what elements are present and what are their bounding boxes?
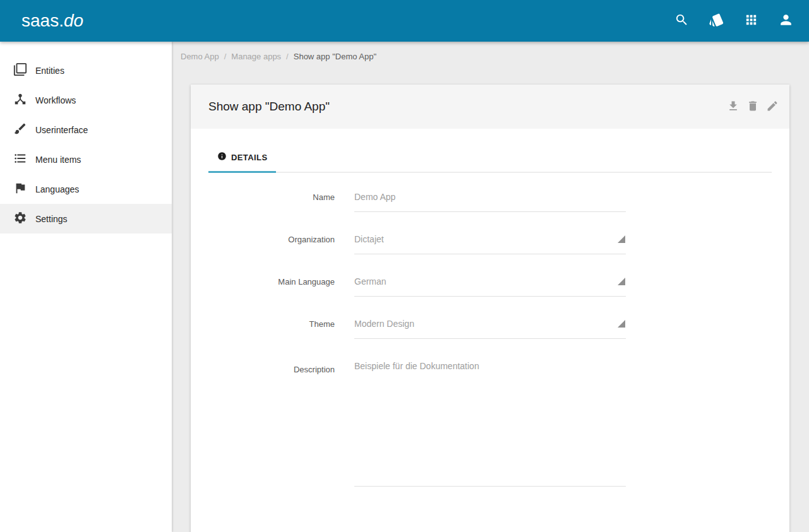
sidebar-item-label: Workflows <box>35 95 76 105</box>
download-icon <box>727 100 740 114</box>
name-label: Name <box>208 191 335 212</box>
apps-grid-icon <box>744 13 758 29</box>
description-textarea[interactable]: Beispiele für die Dokumentation <box>354 360 626 487</box>
name-value: Demo App <box>354 191 626 203</box>
description-label: Description <box>208 360 335 487</box>
main-content: Demo App/Manage apps/Show app "Demo App"… <box>172 42 809 532</box>
apps-grid-button[interactable] <box>743 13 759 29</box>
sidebar-item-languages[interactable]: Languages <box>0 174 172 204</box>
sidebar-item-label: Menu items <box>35 155 81 165</box>
workflows-hub-icon <box>13 92 27 109</box>
search-icon <box>674 13 689 29</box>
breadcrumb-item[interactable]: Manage apps <box>231 52 281 61</box>
theme-value: Modern Design <box>354 317 626 330</box>
edit-button[interactable] <box>762 97 782 117</box>
account-button[interactable] <box>777 13 794 29</box>
theme-label: Theme <box>208 317 335 339</box>
app-logo[interactable]: saas.do <box>21 12 83 30</box>
card-actions <box>723 97 782 117</box>
topbar-actions <box>673 13 794 29</box>
dropdown-corner-icon <box>618 320 625 328</box>
breadcrumb-item[interactable]: Demo App <box>181 52 219 61</box>
sidebar-item-userinterface[interactable]: Userinterface <box>0 115 172 145</box>
brush-icon <box>13 122 27 138</box>
app-detail-card: Show app "Demo App" <box>191 85 789 532</box>
info-icon <box>217 151 227 163</box>
logo-text-italic: do <box>64 11 83 30</box>
page-title: Show app "Demo App" <box>208 100 330 114</box>
organization-label: Organization <box>208 233 335 254</box>
app-shell: Entities Workflows Userinterface Menu it… <box>0 42 809 532</box>
tab-label: DETAILS <box>231 153 267 162</box>
sidebar: Entities Workflows Userinterface Menu it… <box>0 42 172 532</box>
details-form: Name Demo App Organization Dictajet <box>208 191 772 487</box>
theme-select[interactable]: Modern Design <box>354 317 626 339</box>
tab-bar: DETAILS <box>208 146 772 173</box>
delete-icon <box>746 100 759 114</box>
sidebar-item-label: Settings <box>35 214 68 224</box>
sidebar-item-workflows[interactable]: Workflows <box>0 85 172 115</box>
breadcrumb-separator: / <box>224 52 227 61</box>
main-language-select[interactable]: German <box>354 275 626 297</box>
sidebar-item-settings[interactable]: Settings <box>0 204 172 233</box>
name-input[interactable]: Demo App <box>354 191 626 212</box>
download-button[interactable] <box>723 97 743 117</box>
gear-icon <box>13 211 27 227</box>
card-body: DETAILS Name Demo App Organization <box>191 129 789 487</box>
card-header: Show app "Demo App" <box>191 85 789 129</box>
sidebar-item-label: Entities <box>35 66 64 76</box>
sidebar-item-menu-items[interactable]: Menu items <box>0 145 172 174</box>
sidebar-item-label: Userinterface <box>35 125 88 135</box>
field-row-organization: Organization Dictajet <box>208 233 772 254</box>
entities-layers-icon <box>13 62 27 79</box>
tab-details[interactable]: DETAILS <box>208 146 276 173</box>
app-root: saas.do <box>0 0 809 532</box>
breadcrumb-separator: / <box>286 52 289 61</box>
field-row-name: Name Demo App <box>208 191 772 212</box>
organization-value: Dictajet <box>354 233 626 245</box>
breadcrumb: Demo App/Manage apps/Show app "Demo App" <box>181 52 809 61</box>
account-person-icon <box>778 12 794 30</box>
organization-select[interactable]: Dictajet <box>354 233 626 254</box>
field-row-theme: Theme Modern Design <box>208 317 772 339</box>
delete-button[interactable] <box>743 97 762 117</box>
description-value: Beispiele für die Dokumentation <box>354 360 626 372</box>
logo-text: saas. <box>21 11 64 30</box>
flag-icon <box>13 181 27 198</box>
breadcrumb-current: Show app "Demo App" <box>294 52 376 61</box>
main-language-value: German <box>354 275 626 288</box>
sidebar-item-entities[interactable]: Entities <box>0 56 172 85</box>
list-icon <box>13 151 27 168</box>
field-row-description: Description Beispiele für die Dokumentat… <box>208 360 772 487</box>
style-cards-button[interactable] <box>708 13 724 29</box>
topbar: saas.do <box>0 0 809 42</box>
sidebar-item-label: Languages <box>35 184 79 194</box>
dropdown-corner-icon <box>618 278 625 285</box>
dropdown-corner-icon <box>618 235 625 243</box>
field-row-main-language: Main Language German <box>208 275 772 297</box>
main-language-label: Main Language <box>208 275 335 297</box>
edit-icon <box>766 100 779 114</box>
style-cards-icon <box>709 12 724 30</box>
search-button[interactable] <box>673 13 690 29</box>
